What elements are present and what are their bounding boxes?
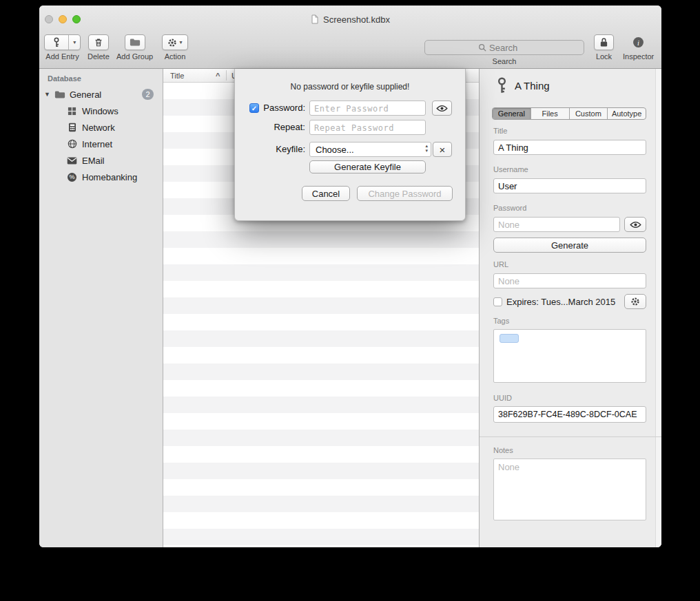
delete-label: Delete [88,52,110,61]
username-field[interactable] [493,178,646,193]
repeat-input[interactable] [309,120,426,135]
add-group-button[interactable] [125,34,145,50]
expires-settings-button[interactable] [624,294,646,309]
inspector-item: i Inspector [623,34,654,61]
lock-button[interactable] [594,34,614,50]
sidebar-item-homebanking[interactable]: % Homebanking [39,169,163,185]
password-field[interactable] [493,217,620,232]
section-divider [480,436,661,437]
change-password-button[interactable]: Change Password [357,186,453,201]
search-input[interactable] [489,43,531,53]
url-field[interactable] [493,273,646,288]
reveal-password-button[interactable] [432,101,452,116]
window-title: Screenshot.kdbx [323,14,390,25]
lock-label: Lock [596,52,612,61]
sidebar-header: Database [48,74,163,83]
toolbar: ▾ Add Entry Delete [39,33,661,69]
generate-password-button[interactable]: Generate [493,238,646,253]
sidebar-item-network[interactable]: Network [39,119,163,136]
titlebar: Screenshot.kdbx [39,6,661,33]
tab-autotype[interactable]: Autotype [608,108,646,119]
tab-files[interactable]: Files [531,108,570,119]
key-icon [45,35,69,50]
eye-icon [630,221,641,229]
cancel-button[interactable]: Cancel [302,186,350,201]
app-window: Screenshot.kdbx ▾ Add Entry [39,6,661,547]
globe-icon [66,138,78,150]
tags-label: Tags [493,317,509,325]
repeat-label: Repeat: [235,120,305,135]
tag-chip[interactable] [500,334,519,343]
percent-coin-icon: % [66,171,78,183]
lock-item: Lock [594,34,614,61]
sidebar-item-email[interactable]: EMail [39,152,163,169]
add-entry-label: Add Entry [45,52,79,61]
password-label: Password [493,204,526,212]
envelope-icon [66,155,78,167]
title-wrap: Screenshot.kdbx [39,6,661,33]
url-label: URL [493,260,508,268]
add-group-label: Add Group [116,52,153,61]
chevron-down-icon: ▾ [179,39,182,45]
tab-general[interactable]: General [493,108,531,119]
inspector-label: Inspector [623,52,654,61]
network-icon [66,122,78,134]
sidebar-item-general[interactable]: ▼ General 2 [39,86,163,103]
tags-box[interactable] [493,329,646,383]
title-field[interactable] [493,140,646,155]
title-label: Title [493,127,507,135]
inspector-button[interactable]: i [632,34,644,50]
entry-header: A Thing [496,77,550,94]
sidebar-item-label: Windows [82,106,119,116]
sidebar-item-label: General [70,89,101,100]
column-header-title[interactable]: Title [170,69,184,83]
search-field[interactable] [424,40,584,55]
sidebar-item-label: Network [82,123,115,133]
gear-icon [630,297,640,306]
svg-text:i: i [637,39,639,47]
sidebar-item-label: Internet [82,139,112,149]
uuid-field[interactable] [493,406,646,423]
chevron-down-icon[interactable]: ▾ [69,35,80,50]
entry-title: A Thing [515,80,550,92]
trash-icon [94,37,103,48]
action-label: Action [165,52,186,61]
change-password-dialog: No password or keyfile supplied! ✓ Passw… [234,69,466,221]
clear-keyfile-button[interactable]: × [433,142,452,157]
action-button[interactable]: ▾ [162,34,188,50]
password-input[interactable] [309,101,426,116]
notes-label: Notes [493,446,513,454]
generate-keyfile-button[interactable]: Generate Keyfile [309,160,426,173]
add-group-item: Add Group [116,34,153,61]
keyfile-popup[interactable]: Choose... ▴▾ [309,142,431,157]
search-label: Search [493,57,517,65]
keyfile-popup-value: Choose... [316,145,354,155]
info-icon: i [632,36,644,48]
reveal-password-button[interactable] [624,217,646,232]
delete-button[interactable] [88,34,109,50]
column-divider[interactable] [226,70,227,81]
sidebar-item-windows[interactable]: Windows [39,103,163,119]
keyfile-label: Keyfile: [235,142,305,157]
search-icon [478,43,486,52]
notes-field[interactable] [493,458,646,520]
folder-icon [130,38,141,47]
add-entry-item: ▾ Add Entry [44,34,81,61]
expires-row: Expires: Tues...March 2015 [493,297,615,307]
disclosure-triangle-icon[interactable]: ▼ [44,91,54,98]
add-entry-button[interactable]: ▾ [44,34,81,50]
search-item: Search [424,40,584,65]
expires-label: Expires: Tues...March 2015 [506,297,615,307]
sidebar-item-internet[interactable]: Internet [39,136,163,152]
uuid-label: UUID [493,394,512,402]
document-proxy-icon [311,14,319,24]
sort-ascending-icon[interactable]: ^ [216,69,220,83]
username-label: Username [493,165,528,173]
expires-checkbox[interactable] [493,297,502,306]
tab-custom[interactable]: Custom [570,108,608,119]
windows-icon [66,105,78,117]
inspector-panel: A Thing General Files Custom Autotype Ti… [479,69,661,547]
inspector-scrollbar[interactable] [655,69,661,547]
sidebar-item-label: EMail [82,156,105,166]
dialog-message: No password or keyfile supplied! [235,82,465,92]
